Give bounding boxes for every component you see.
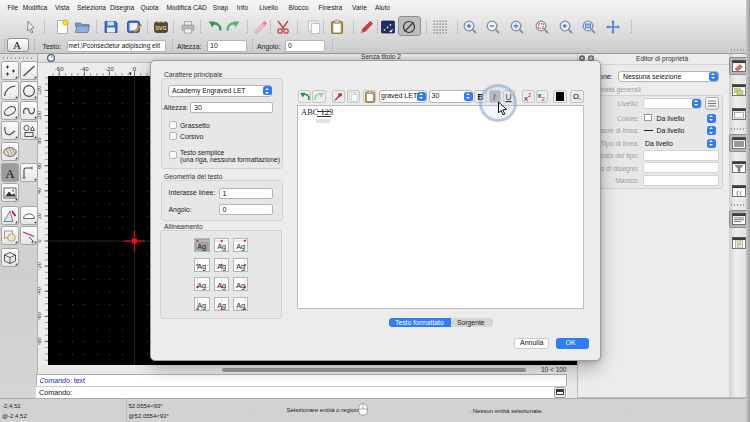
svg-text:Ag: Ag [236,301,245,310]
svg-text:40: 40 [38,188,42,194]
svg-text:80: 80 [38,138,42,144]
svg-text:20: 20 [38,213,42,219]
svg-text:Ag: Ag [197,281,206,290]
svg-text:Ag: Ag [217,242,226,251]
svg-text:A: A [5,166,15,181]
svg-text:-60: -60 [38,312,42,320]
svg-text:Ag: Ag [217,281,226,290]
svg-text:Ag: Ag [197,242,206,251]
svg-text:Ag: Ag [217,262,226,271]
svg-text:-80: -80 [38,337,42,345]
svg-text:Ag: Ag [197,301,206,310]
svg-text:0: 0 [38,239,42,242]
svg-text:Ag: Ag [236,242,245,251]
svg-text:Ag: Ag [236,262,245,271]
svg-text:Ag: Ag [236,281,245,290]
svg-text:{(: {( [735,190,742,197]
svg-text:100: 100 [38,111,42,120]
svg-text:120: 120 [38,86,42,95]
svg-text:-40: -40 [38,287,42,295]
svg-text:Ag: Ag [197,262,206,271]
svg-text:-20: -20 [38,262,42,270]
svg-text:SVG: SVG [155,25,167,31]
svg-text:60: 60 [38,163,42,169]
